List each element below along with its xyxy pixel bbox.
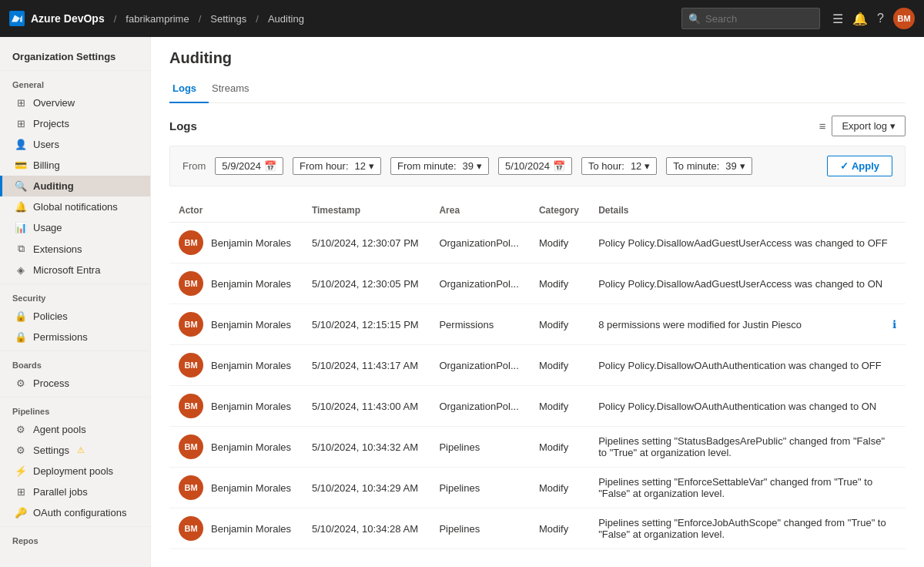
details-cell: Pipelines setting "EnforceJobAuthScope" …: [589, 508, 906, 549]
user-avatar[interactable]: BM: [893, 8, 915, 29]
sidebar-item-label: Billing: [33, 159, 60, 171]
projects-icon: ⊞: [15, 118, 27, 129]
breadcrumb-auditing[interactable]: Auditing: [268, 13, 304, 25]
to-hour-dropdown[interactable]: To hour: 12 ▾: [581, 157, 657, 175]
category-cell: Modify: [530, 468, 589, 508]
notifications-icon: 🔔: [15, 201, 27, 213]
col-area: Area: [430, 199, 529, 223]
sidebar-item-extensions[interactable]: ⧉ Extensions: [0, 238, 150, 260]
entra-icon: ◈: [15, 264, 27, 276]
timestamp-cell: 5/10/2024, 11:43:00 AM: [303, 386, 430, 427]
topnav: Azure DevOps / fabrikamprime / Settings …: [0, 0, 924, 37]
sidebar-item-policies[interactable]: 🔒 Policies: [0, 306, 150, 327]
sidebar-item-label: Auditing: [33, 180, 74, 192]
export-label: Export log: [842, 120, 887, 132]
export-log-button[interactable]: Export log ▾: [832, 116, 906, 136]
category-cell: Modify: [530, 508, 589, 549]
process-icon: ⚙: [15, 377, 27, 389]
filter-bar: From 5/9/2024 📅 From hour: 12 ▾ From min…: [169, 146, 906, 186]
brand-name: Azure DevOps: [31, 12, 105, 25]
timestamp-cell: 5/10/2024, 10:34:32 AM: [303, 427, 430, 468]
info-icon[interactable]: ℹ: [892, 318, 896, 330]
avatar: BM: [179, 434, 203, 459]
sidebar-item-overview[interactable]: ⊞ Overview: [0, 92, 150, 113]
chevron-down-icon: ▾: [369, 160, 374, 172]
breadcrumb-settings[interactable]: Settings: [210, 13, 246, 25]
menu-icon[interactable]: ☰: [832, 12, 843, 26]
page-title: Auditing: [169, 49, 906, 67]
sidebar-item-usage[interactable]: 📊 Usage: [0, 217, 150, 238]
apply-button[interactable]: ✓ Apply: [827, 156, 892, 176]
sidebar-item-users[interactable]: 👤 Users: [0, 134, 150, 155]
logs-header: Logs ≡ Export log ▾: [169, 116, 906, 136]
breadcrumb-org[interactable]: fabrikamprime: [126, 13, 189, 25]
timestamp-cell: 5/10/2024, 10:34:29 AM: [303, 468, 430, 508]
sidebar-item-projects[interactable]: ⊞ Projects: [0, 113, 150, 134]
tab-logs[interactable]: Logs: [169, 76, 209, 103]
search-input[interactable]: [705, 13, 813, 25]
sidebar-item-global-notifications[interactable]: 🔔 Global notifications: [0, 196, 150, 217]
calendar-icon: 📅: [264, 160, 276, 172]
area-cell: OrganizationPol...: [430, 223, 529, 263]
avatar: BM: [179, 312, 203, 337]
details-cell: Policy Policy.DisallowAadGuestUserAccess…: [589, 263, 906, 304]
help-icon[interactable]: ?: [877, 12, 884, 25]
sidebar-item-label: Extensions: [33, 243, 82, 255]
actor-cell: BM Benjamin Morales: [169, 386, 303, 427]
sidebar-item-label: Process: [33, 377, 69, 389]
sidebar-item-microsoft-entra[interactable]: ◈ Microsoft Entra: [0, 260, 150, 280]
sidebar-item-parallel-jobs[interactable]: ⊞ Parallel jobs: [0, 481, 150, 502]
area-cell: Pipelines: [430, 468, 529, 508]
area-cell: OrganizationPol...: [430, 386, 529, 427]
notification-icon[interactable]: 🔔: [852, 12, 868, 26]
filter-icon[interactable]: ≡: [819, 119, 826, 133]
avatar: BM: [179, 230, 203, 255]
actor-name: Benjamin Morales: [211, 237, 291, 249]
from-minute-dropdown[interactable]: From minute: 39 ▾: [390, 157, 489, 175]
from-minute-label: From minute:: [397, 160, 457, 172]
sidebar-item-oauth-configurations[interactable]: 🔑 OAuth configurations: [0, 502, 150, 523]
category-cell: Modify: [530, 345, 589, 386]
sidebar-item-label: Settings: [33, 445, 69, 456]
from-date-picker[interactable]: 5/9/2024 📅: [215, 157, 283, 175]
sidebar-section-general: General: [0, 74, 150, 92]
sidebar-item-label: Microsoft Entra: [33, 264, 100, 276]
sidebar-item-agent-pools[interactable]: ⚙ Agent pools: [0, 419, 150, 440]
to-date-picker[interactable]: 5/10/2024 📅: [498, 157, 572, 175]
from-date-value: 5/9/2024: [222, 160, 261, 172]
category-cell: Modify: [530, 386, 589, 427]
from-hour-dropdown[interactable]: From hour: 12 ▾: [293, 157, 381, 175]
sidebar-item-permissions[interactable]: 🔒 Permissions: [0, 327, 150, 347]
area-cell: OrganizationPol...: [430, 263, 529, 304]
table-row: BM Benjamin Morales 5/10/2024, 12:30:07 …: [169, 223, 906, 263]
from-label: From: [182, 160, 206, 172]
sidebar: Organization Settings General ⊞ Overview…: [0, 37, 151, 567]
sidebar-item-label: Users: [33, 139, 59, 150]
details-cell: Pipelines setting "StatusBadgesArePublic…: [589, 427, 906, 468]
sidebar-item-process[interactable]: ⚙ Process: [0, 373, 150, 394]
sidebar-item-auditing[interactable]: 🔍 Auditing: [0, 176, 150, 196]
details-cell: Policy Policy.DisallowOAuthAuthenticatio…: [589, 345, 906, 386]
actor-name: Benjamin Morales: [211, 278, 291, 290]
auditing-icon: 🔍: [15, 180, 27, 192]
tab-streams[interactable]: Streams: [209, 76, 261, 103]
to-minute-dropdown[interactable]: To minute: 39 ▾: [666, 157, 752, 175]
actor-cell: BM Benjamin Morales: [169, 427, 303, 468]
sidebar-item-settings[interactable]: ⚙ Settings ⚠: [0, 440, 150, 461]
policies-icon: 🔒: [15, 310, 27, 322]
sidebar-item-billing[interactable]: 💳 Billing: [0, 155, 150, 176]
checkmark-icon: ✓: [840, 160, 849, 172]
sidebar-item-label: Usage: [33, 222, 62, 233]
sidebar-item-label: Permissions: [33, 331, 88, 343]
details-cell: 8 permissions were modified for Justin P…: [589, 304, 906, 345]
sidebar-item-deployment-pools[interactable]: ⚡ Deployment pools: [0, 461, 150, 481]
calendar-icon: 📅: [553, 160, 565, 172]
from-hour-label: From hour:: [300, 160, 349, 172]
avatar: BM: [179, 475, 203, 500]
area-cell: Pipelines: [430, 508, 529, 549]
search-box[interactable]: 🔍: [681, 8, 820, 29]
chevron-down-icon: ▾: [740, 160, 745, 172]
area-cell: Pipelines: [430, 427, 529, 468]
table-row: BM Benjamin Morales 5/10/2024, 10:34:28 …: [169, 508, 906, 549]
table-row: BM Benjamin Morales 5/10/2024, 12:15:15 …: [169, 304, 906, 345]
